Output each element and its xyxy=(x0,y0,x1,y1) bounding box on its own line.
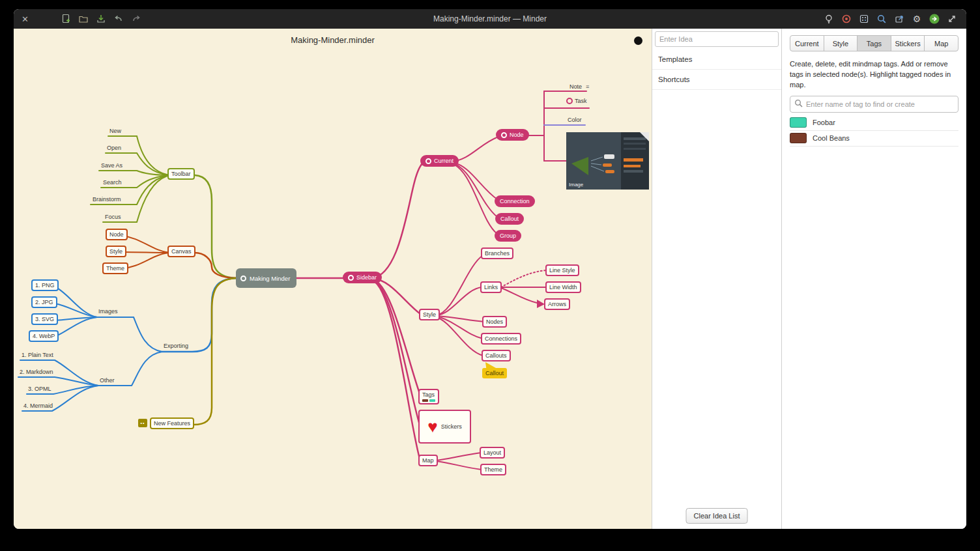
idea-item-templates[interactable]: Templates xyxy=(652,49,781,70)
fullscreen-button[interactable] xyxy=(945,12,958,25)
mindmap-callout-bubble[interactable]: Callout xyxy=(482,368,507,378)
note-lines-icon: ≡ xyxy=(586,83,589,90)
tab-current[interactable]: Current xyxy=(790,35,824,51)
mindmap-node-style[interactable]: Style xyxy=(419,309,440,320)
mindmap-node-toolbar[interactable]: Toolbar xyxy=(167,168,195,180)
tags-panel: Current Style Tags Stickers Map Create, … xyxy=(781,29,966,529)
idea-item-shortcuts[interactable]: Shortcuts xyxy=(652,70,781,90)
new-document-button[interactable] xyxy=(59,12,72,25)
mindmap-node-sidebar[interactable]: Sidebar xyxy=(343,272,382,283)
mindmap-leaf-note[interactable]: Note ≡ xyxy=(569,83,589,90)
record-icon xyxy=(841,14,852,24)
mindmap-node-connection[interactable]: Connection xyxy=(495,195,535,207)
redo-button[interactable] xyxy=(130,12,143,25)
sidebar-tabs: Current Style Tags Stickers Map xyxy=(790,35,958,51)
settings-button[interactable]: ⚙ xyxy=(910,12,923,25)
mindmap-leaf-focus[interactable]: Focus xyxy=(105,214,121,220)
mindmap-node-links[interactable]: Links xyxy=(480,281,502,293)
mindmap-node-png[interactable]: 1. PNG xyxy=(31,279,59,291)
zoom-button[interactable] xyxy=(875,12,888,25)
idea-input[interactable] xyxy=(655,31,779,47)
tag-color-swatch[interactable] xyxy=(790,117,807,128)
task-checkbox-icon[interactable] xyxy=(566,98,573,104)
mindmap-node-webp[interactable]: 4. WebP xyxy=(29,330,59,342)
mindmap-node-layout[interactable]: Layout xyxy=(480,447,505,459)
mindmap-leaf-search[interactable]: Search xyxy=(103,179,122,186)
tag-search-box xyxy=(790,96,958,113)
mindmap-node-svg[interactable]: 3. SVG xyxy=(31,313,58,325)
tab-tags[interactable]: Tags xyxy=(857,35,891,51)
mindmap-leaf-new[interactable]: New xyxy=(109,128,121,134)
tab-style[interactable]: Style xyxy=(824,35,858,51)
mindmap-node-current[interactable]: Current xyxy=(420,155,459,167)
gear-icon: ⚙ xyxy=(913,14,921,23)
export-button[interactable] xyxy=(893,12,906,25)
node-ring-icon xyxy=(501,132,507,138)
mindmap-leaf-save-as[interactable]: Save As xyxy=(101,162,122,169)
mindmap-node-node[interactable]: Node xyxy=(496,129,529,141)
mindmap-node-root[interactable]: Making Minder xyxy=(236,268,296,288)
mindmap-node-tags[interactable]: Tags xyxy=(418,389,439,404)
mindmap-node-new-features[interactable]: New Features xyxy=(150,417,194,429)
mindmap-node-theme[interactable]: Theme xyxy=(480,464,506,475)
app-window: ✕ Making-Minder.minder — Minder xyxy=(14,9,966,529)
mindmap-node-canvas-theme[interactable]: Theme xyxy=(102,262,128,274)
mindmap-image-node[interactable]: Image xyxy=(566,132,649,190)
mindmap-leaf-images[interactable]: Images xyxy=(98,308,118,315)
node-ring-icon xyxy=(348,275,354,281)
mindmap-node-canvas[interactable]: Canvas xyxy=(167,246,195,257)
mindmap-node-callout[interactable]: Callout xyxy=(495,213,524,225)
mindmap-leaf-brainstorm[interactable]: Brainstorm xyxy=(93,196,121,203)
tag-name: Cool Beans xyxy=(813,134,850,142)
mindmap: Making Minder Sidebar Current Node Note … xyxy=(14,29,652,529)
record-button[interactable] xyxy=(840,12,853,25)
mindmap-leaf-mermaid[interactable]: 4. Mermaid xyxy=(23,403,53,409)
mindmap-node-stickers[interactable]: ♥ Stickers xyxy=(418,410,471,444)
tag-row-foobar[interactable]: Foobar xyxy=(790,115,958,131)
mindmap-links-layer xyxy=(14,29,652,529)
focus-mode-icon xyxy=(929,13,940,25)
stickers-button[interactable] xyxy=(857,12,871,25)
mindmap-node-map[interactable]: Map xyxy=(418,455,438,466)
mindmap-node-arrows[interactable]: Arrows xyxy=(544,298,570,310)
clear-idea-list-button[interactable]: Clear Idea List xyxy=(686,508,748,524)
sticker-grid-icon xyxy=(859,14,869,24)
image-node-label: Image xyxy=(569,182,583,188)
tag-color-swatch[interactable] xyxy=(790,133,807,143)
mindmap-leaf-other[interactable]: Other xyxy=(100,377,115,384)
mindmap-leaf-markdown[interactable]: 2. Markdown xyxy=(20,369,53,375)
save-button[interactable] xyxy=(94,12,108,25)
mindmap-node-branches[interactable]: Branches xyxy=(481,247,513,259)
hint-button[interactable] xyxy=(822,12,835,25)
search-icon xyxy=(794,98,803,110)
mindmap-node-canvas-node[interactable]: Node xyxy=(106,229,128,240)
mindmap-node-group[interactable]: Group xyxy=(495,230,521,242)
mindmap-leaf-opml[interactable]: 3. OPML xyxy=(28,386,51,392)
mindmap-node-canvas-style[interactable]: Style xyxy=(106,246,126,257)
undo-button[interactable] xyxy=(112,12,125,25)
open-button[interactable] xyxy=(77,12,90,25)
mindmap-node-jpg[interactable]: 2. JPG xyxy=(31,296,57,308)
tag-row-cool-beans[interactable]: Cool Beans xyxy=(790,131,958,147)
mindmap-node-nodes[interactable]: Nodes xyxy=(482,316,507,328)
mindmap-node-callouts[interactable]: Callouts xyxy=(482,350,511,361)
mindmap-node-connections[interactable]: Connections xyxy=(481,333,521,345)
tab-map[interactable]: Map xyxy=(924,35,958,51)
mindmap-leaf-plain-text[interactable]: 1. Plain Text xyxy=(22,352,53,358)
focus-mode-button[interactable] xyxy=(928,12,941,25)
new-features-chip-icon: •• xyxy=(138,419,147,427)
open-folder-icon xyxy=(78,14,89,24)
mindmap-node-line-width[interactable]: Line Width xyxy=(545,281,581,293)
image-thumbnail xyxy=(566,132,649,190)
mindmap-leaf-open[interactable]: Open xyxy=(107,145,121,151)
mindmap-leaf-exporting[interactable]: Exporting xyxy=(164,343,188,349)
mindmap-node-line-style[interactable]: Line Style xyxy=(545,264,579,276)
mindmap-canvas[interactable]: Making-Minder.minder xyxy=(14,29,652,529)
tab-stickers[interactable]: Stickers xyxy=(891,35,925,51)
mindmap-leaf-color[interactable]: Color xyxy=(568,117,582,123)
close-button[interactable]: ✕ xyxy=(22,14,33,24)
mindmap-leaf-task[interactable]: Task xyxy=(566,98,587,104)
tag-search-input[interactable] xyxy=(806,100,954,108)
tag-color-chips xyxy=(422,399,435,402)
save-icon xyxy=(96,14,106,24)
